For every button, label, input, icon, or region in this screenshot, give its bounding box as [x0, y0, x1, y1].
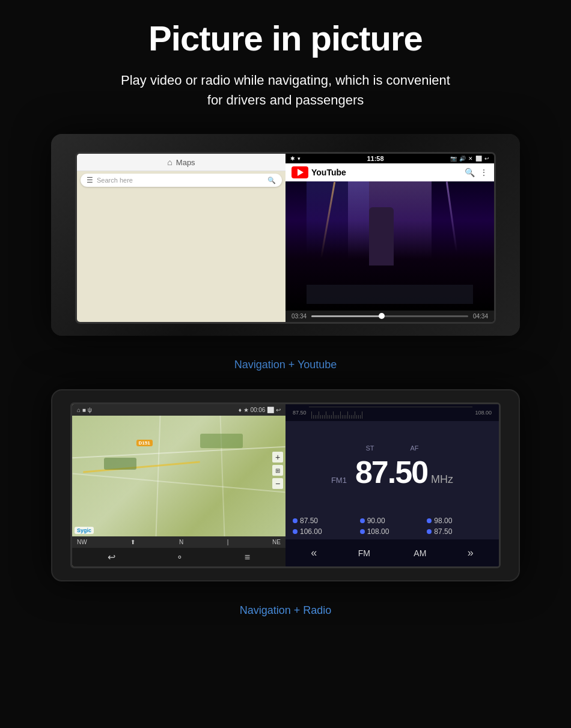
home-icon: ⌂ — [167, 157, 172, 167]
st-label: ST — [365, 444, 374, 452]
freq-ticks — [309, 407, 473, 419]
sygic-logo: Sygic — [75, 527, 94, 534]
page-subtitle: Play video or radio while navigating, wh… — [117, 70, 454, 110]
tick-29 — [362, 411, 362, 419]
youtube-header: YouTube 🔍 ⋮ — [286, 163, 494, 181]
radio-next-button[interactable]: » — [460, 544, 481, 562]
zoom-in-button[interactable]: + — [272, 452, 283, 463]
progress-track[interactable] — [311, 315, 468, 317]
preset-dot-4 — [293, 529, 298, 534]
tick-26 — [356, 415, 357, 419]
radio-prev-button[interactable]: « — [304, 544, 324, 562]
tick-5 — [319, 411, 319, 419]
tick-7 — [322, 415, 323, 419]
tick-18 — [342, 415, 343, 419]
compass-nw: NW — [77, 539, 87, 545]
radio-freq-bar: 87.50 — [286, 404, 499, 421]
radio-am-button[interactable]: AM — [404, 546, 436, 560]
maps-search-text: Search here — [97, 177, 264, 184]
zoom-buttons: + ⊞ − — [272, 452, 283, 489]
zoom-out-button[interactable]: − — [272, 478, 283, 489]
preset-value-4: 106.00 — [300, 527, 322, 536]
progress-thumb — [379, 313, 385, 319]
page-wrapper: Picture in picture Play video or radio w… — [0, 0, 571, 659]
compass-n: N — [179, 539, 183, 545]
nav-menu-button[interactable]: ≡ — [245, 552, 250, 563]
maps-search-icon: 🔍 — [267, 177, 276, 184]
bluetooth-icon: ✱ — [290, 156, 295, 162]
nav-home-icon: ⌂ ■ ψ — [77, 407, 92, 413]
screen-frame-2: ⌂ ■ ψ ♦ ★ 00:06 ⬜ ↩ D151 — [70, 402, 501, 568]
youtube-search-icon[interactable]: 🔍 — [465, 168, 475, 177]
nav-road-yellow — [83, 461, 200, 473]
radio-frequency: 87.50 — [355, 454, 427, 490]
nav-status-icons: ♦ ★ 00:06 ⬜ ↩ — [239, 407, 281, 413]
youtube-logo: YouTube — [292, 166, 346, 178]
volume-icon: 🔊 — [459, 156, 466, 162]
nav-road-h2 — [73, 473, 286, 493]
nav-road-h1 — [72, 446, 286, 459]
caption-nav-radio: Navigation + Radio — [240, 604, 332, 617]
preset-5[interactable]: 108.00 — [360, 527, 425, 536]
time-current: 03:34 — [292, 313, 307, 320]
youtube-play-icon — [292, 166, 308, 178]
preset-3[interactable]: 98.00 — [427, 517, 492, 525]
compass-indicator: ⬆ — [130, 539, 135, 545]
tick-20 — [346, 415, 346, 419]
preset-dot-6 — [427, 529, 432, 534]
wifi-icon: ▾ — [298, 156, 301, 162]
tick-15 — [337, 415, 337, 419]
tick-11 — [329, 415, 330, 419]
youtube-action-icons: 🔍 ⋮ — [465, 168, 488, 177]
screen-frame-1: ⌂ Maps ☰ Search here 🔍 — [75, 152, 496, 324]
car-unit-2: ⌂ ■ ψ ♦ ★ 00:06 ⬜ ↩ D151 — [51, 389, 520, 581]
status-left-icons: ✱ ▾ — [290, 156, 301, 162]
compass-area: NW ⬆ N | NE — [72, 536, 286, 548]
tick-1 — [311, 411, 312, 419]
freq-scale — [309, 407, 473, 419]
tick-16 — [338, 415, 339, 419]
nav-back-button[interactable]: ↩ — [108, 551, 115, 563]
maps-search-bar[interactable]: ☰ Search here 🔍 — [81, 174, 282, 187]
tick-22 — [349, 415, 350, 419]
preset-1[interactable]: 87.50 — [293, 517, 358, 525]
road-badge: D151 — [136, 440, 153, 446]
radio-controls: « FM AM » — [286, 539, 499, 566]
nav-road-v1 — [155, 416, 160, 536]
tick-25 — [355, 411, 355, 419]
tick-10 — [328, 415, 328, 419]
preset-dot-2 — [360, 518, 365, 523]
spotlight-2 — [445, 181, 457, 252]
tick-8 — [324, 415, 325, 419]
tick-9 — [326, 411, 326, 419]
close-icon: ✕ — [468, 156, 473, 162]
preset-4[interactable]: 106.00 — [293, 527, 358, 536]
grid-button[interactable]: ⊞ — [272, 465, 283, 476]
preset-value-2: 90.00 — [367, 517, 385, 525]
radio-main-display: ST AF FM1 87.50 MHz — [286, 421, 499, 513]
tick-14 — [335, 415, 335, 419]
nav-search-button[interactable]: ⚬ — [176, 553, 183, 562]
performer — [369, 207, 394, 265]
tick-28 — [360, 415, 361, 419]
window-icon: ⬜ — [475, 156, 482, 162]
radio-fm-button[interactable]: FM — [349, 546, 380, 560]
compass-ne: NE — [272, 539, 281, 545]
youtube-panel: ✱ ▾ 11:58 📷 🔊 ✕ ⬜ ↩ — [286, 154, 494, 322]
play-triangle — [298, 169, 304, 176]
tick-2 — [313, 415, 314, 419]
navigation-panel: ⌂ ■ ψ ♦ ★ 00:06 ⬜ ↩ D151 — [72, 404, 286, 566]
preset-2[interactable]: 90.00 — [360, 517, 425, 525]
caption-nav-youtube: Navigation + Youtube — [234, 359, 337, 371]
tick-19 — [344, 415, 344, 419]
car-unit-1: ⌂ Maps ☰ Search here 🔍 — [51, 134, 520, 336]
time-total: 04:34 — [473, 313, 488, 320]
tick-24 — [353, 415, 353, 419]
video-area — [286, 181, 494, 311]
radio-panel: 87.50 — [286, 404, 499, 566]
building-2 — [104, 458, 136, 470]
youtube-more-icon[interactable]: ⋮ — [480, 168, 488, 177]
tick-4 — [317, 415, 317, 419]
preset-6[interactable]: 87.50 — [427, 527, 492, 536]
preset-value-3: 98.00 — [434, 517, 452, 525]
